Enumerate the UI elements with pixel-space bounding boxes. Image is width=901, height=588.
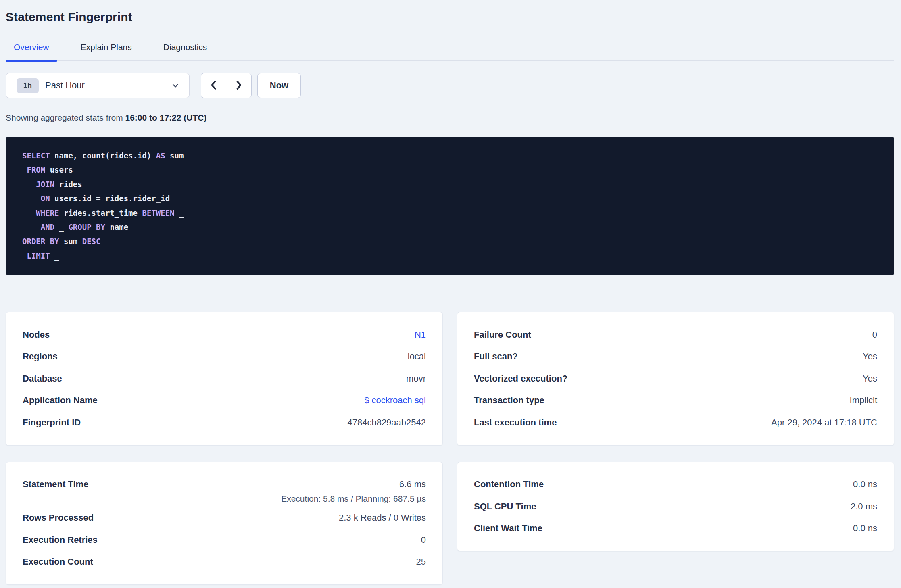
stat-row: Rows Processed2.3 k Reads / 0 Writes (23, 507, 426, 529)
stat-value-wrap: 6.6 msExecution: 5.8 ms / Planning: 687.… (281, 473, 426, 503)
stat-row: Full scan?Yes (474, 346, 877, 368)
sql-keyword: ON (41, 194, 50, 203)
stat-value: Implicit (850, 390, 877, 411)
next-time-range-button[interactable] (226, 73, 251, 98)
stat-value-wrap: 0.0 ns (853, 473, 877, 495)
wait-time-card: Contention Time0.0 nsSQL CPU Time2.0 msC… (457, 462, 894, 552)
tab-overview-label: Overview (14, 42, 49, 52)
stat-row: Failure Count0 (474, 323, 877, 346)
stat-value: 25 (416, 551, 426, 573)
aggregation-note-prefix: Showing aggregated stats from (6, 113, 125, 122)
stat-label: Database (23, 368, 62, 390)
time-range-label: Past Hour (45, 80, 85, 91)
timing-cards-row: Statement Time6.6 msExecution: 5.8 ms / … (6, 462, 894, 585)
sql-keyword: JOIN (36, 180, 54, 189)
now-button[interactable]: Now (257, 73, 301, 98)
sql-keyword: LIMIT (27, 251, 50, 260)
stat-row: NodesN1 (23, 323, 426, 346)
sql-line: AND _ GROUP BY name (22, 220, 878, 234)
stat-label: Transaction type (474, 390, 544, 411)
stat-label: Rows Processed (23, 507, 94, 529)
sql-line: SELECT name, count(rides.id) AS sum (22, 149, 878, 163)
stat-value-wrap: 4784cb829aab2542 (347, 412, 426, 434)
stat-value-wrap: 25 (416, 551, 426, 573)
overview-cards-row: NodesN1RegionslocalDatabasemovrApplicati… (6, 312, 894, 446)
sql-line: FROM users (22, 163, 878, 177)
sql-keyword: SELECT (22, 151, 50, 160)
tab-diagnostics-label: Diagnostics (163, 42, 207, 52)
stat-value: 0 (872, 324, 877, 346)
stat-row: Last execution timeApr 29, 2024 at 17:18… (474, 411, 877, 434)
stat-value-link[interactable]: $ cockroach sql (364, 390, 426, 411)
stat-label: Fingerprint ID (23, 412, 81, 434)
page-title: Statement Fingerprint (6, 10, 894, 24)
sql-keyword: ORDER BY (22, 237, 59, 246)
stat-value-wrap: 0 (872, 324, 877, 346)
stat-label: Failure Count (474, 324, 531, 346)
stat-value-wrap: Yes (863, 346, 877, 367)
stat-label: Client Wait Time (474, 517, 542, 539)
stat-value-wrap: local (408, 346, 426, 367)
sql-keyword: AND (41, 223, 54, 231)
stat-value-wrap: Implicit (850, 390, 877, 411)
stat-label: Execution Retries (23, 529, 98, 551)
stat-label: Execution Count (23, 551, 93, 573)
statement-timing-card: Statement Time6.6 msExecution: 5.8 ms / … (6, 462, 443, 585)
stat-label: Vectorized execution? (474, 368, 567, 390)
stat-value-wrap: Apr 29, 2024 at 17:18 UTC (771, 412, 877, 434)
stat-value: local (408, 346, 426, 367)
prev-time-range-button[interactable] (201, 73, 226, 98)
stat-label: Full scan? (474, 346, 518, 367)
tab-diagnostics[interactable]: Diagnostics (155, 42, 215, 60)
sql-keyword: AS (156, 151, 165, 160)
stat-label: Nodes (23, 324, 50, 346)
time-range-pager (201, 73, 252, 98)
stat-row: Statement Time6.6 msExecution: 5.8 ms / … (23, 473, 426, 507)
tab-bar: Overview Explain Plans Diagnostics (6, 42, 894, 61)
time-range-badge: 1h (17, 78, 39, 93)
stat-value: movr (406, 368, 426, 390)
stat-value-wrap: 0.0 ns (853, 517, 877, 539)
sql-line: JOIN rides (22, 177, 878, 192)
time-range-dropdown[interactable]: 1h Past Hour (6, 73, 190, 98)
tab-overview[interactable]: Overview (6, 42, 57, 60)
stat-value: Yes (863, 368, 877, 390)
sql-keyword: DESC (82, 237, 101, 246)
aggregation-note-range: 16:00 to 17:22 (UTC) (125, 113, 207, 122)
aggregation-note: Showing aggregated stats from 16:00 to 1… (6, 113, 894, 123)
stat-row: Execution Count25 (23, 551, 426, 573)
sql-keyword: BETWEEN (142, 209, 174, 217)
stat-value: Yes (863, 346, 877, 367)
stat-row: Regionslocal (23, 346, 426, 368)
stat-row: Vectorized execution?Yes (474, 367, 877, 390)
stat-label: Regions (23, 346, 58, 367)
stat-row: SQL CPU Time2.0 ms (474, 495, 877, 517)
sql-statement: SELECT name, count(rides.id) AS sum FROM… (6, 137, 894, 275)
stat-label: Last execution time (474, 412, 557, 434)
stat-value-wrap: 2.3 k Reads / 0 Writes (339, 507, 426, 529)
stat-value-wrap: $ cockroach sql (364, 390, 426, 411)
stat-row: Transaction typeImplicit (474, 390, 877, 412)
stat-label: Contention Time (474, 473, 544, 495)
stat-label: Application Name (23, 390, 98, 411)
stat-value-wrap: Yes (863, 368, 877, 390)
stat-row: Execution Retries0 (23, 529, 426, 551)
chevron-down-icon (171, 81, 179, 90)
stat-label: SQL CPU Time (474, 496, 536, 517)
stat-row: Client Wait Time0.0 ns (474, 517, 877, 540)
stat-value: 0.0 ns (853, 473, 877, 495)
sql-keyword: FROM (27, 165, 45, 174)
stat-value: Apr 29, 2024 at 17:18 UTC (771, 412, 877, 434)
tab-explain-plans[interactable]: Explain Plans (73, 42, 140, 60)
stat-value: 0 (421, 529, 426, 551)
statement-details-card: NodesN1RegionslocalDatabasemovrApplicati… (6, 312, 443, 446)
time-toolbar: 1h Past Hour (6, 73, 894, 98)
stat-value-wrap: 2.0 ms (851, 496, 877, 517)
stat-value-link[interactable]: N1 (415, 324, 426, 346)
stat-row: Fingerprint ID4784cb829aab2542 (23, 411, 426, 434)
execution-attributes-card: Failure Count0Full scan?YesVectorized ex… (457, 312, 894, 446)
stat-value: 6.6 ms (281, 473, 426, 495)
stat-row: Application Name$ cockroach sql (23, 390, 426, 412)
sql-line: WHERE rides.start_time BETWEEN _ (22, 206, 878, 220)
chevron-right-icon (234, 79, 244, 92)
